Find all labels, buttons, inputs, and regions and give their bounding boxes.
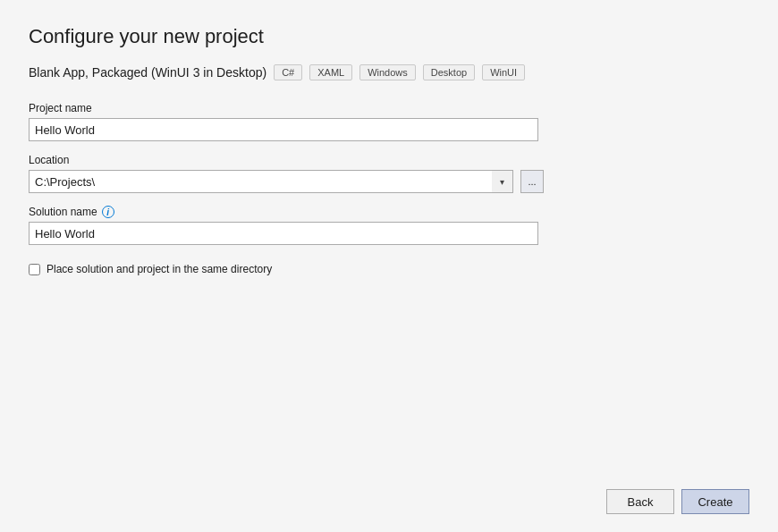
subtitle-row: Blank App, Packaged (WinUI 3 in Desktop)… [29, 64, 749, 80]
same-directory-row: Place solution and project in the same d… [29, 263, 749, 275]
tag-desktop: Desktop [423, 64, 475, 80]
location-row: C:\Projects\ ... [29, 170, 749, 193]
solution-name-group: Solution name i [29, 206, 749, 245]
project-name-input[interactable] [29, 118, 538, 141]
bottom-bar: Back Create [606, 489, 749, 514]
same-directory-checkbox[interactable] [29, 264, 40, 275]
tag-csharp: C# [274, 64, 302, 80]
location-group: Location C:\Projects\ ... [29, 154, 749, 193]
solution-name-info-icon[interactable]: i [102, 206, 114, 218]
browse-button[interactable]: ... [520, 170, 544, 193]
solution-name-label: Solution name i [29, 206, 749, 218]
page-title: Configure your new project [29, 25, 749, 48]
configure-project-dialog: Configure your new project Blank App, Pa… [0, 0, 778, 532]
project-name-group: Project name [29, 102, 749, 141]
location-select[interactable]: C:\Projects\ [29, 170, 513, 193]
create-button[interactable]: Create [681, 489, 749, 514]
tag-windows: Windows [359, 64, 416, 80]
location-label: Location [29, 154, 749, 166]
tag-xaml: XAML [309, 64, 352, 80]
location-select-wrapper: C:\Projects\ [29, 170, 513, 193]
tag-winui: WinUI [482, 64, 525, 80]
same-directory-label[interactable]: Place solution and project in the same d… [47, 263, 272, 275]
project-type-label: Blank App, Packaged (WinUI 3 in Desktop) [29, 65, 266, 80]
back-button[interactable]: Back [606, 489, 674, 514]
solution-name-input[interactable] [29, 222, 538, 245]
project-name-label: Project name [29, 102, 749, 114]
form-section: Project name Location C:\Projects\ ... S… [29, 102, 749, 275]
